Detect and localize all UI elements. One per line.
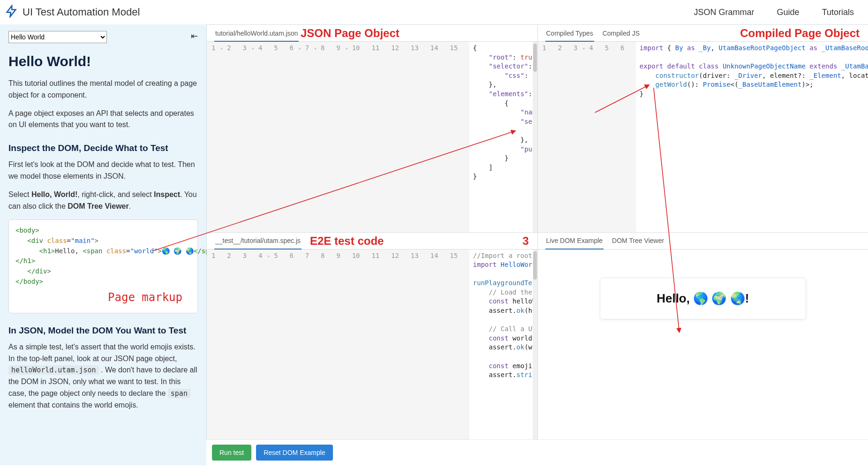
buttons-row: Run test Reset DOM Example: [206, 439, 868, 465]
content-grid: tutorial/helloWorld.utam.json JSON Page …: [206, 24, 868, 465]
tab-test-file[interactable]: __test__/tutorial/utam.spec.js: [211, 233, 305, 249]
sidebar-p5: As a simple test, let's assert that the …: [8, 341, 198, 411]
page-markup-label: Page markup: [108, 289, 182, 306]
tab-json-file[interactable]: tutorial/helloWorld.utam.json: [211, 25, 302, 41]
dom-example-card: Hello, 🌎 🌍 🌏!: [600, 278, 806, 319]
gutter: 1 2 3 4 ▾ 5 6 7 8 9 10 11 12 13 14 15: [207, 250, 469, 440]
nav-json-grammar[interactable]: JSON Grammar: [694, 8, 755, 17]
code-compiled[interactable]: import { By as _By, UtamBaseRootPageObje…: [636, 42, 868, 232]
page-markup-box: <body> <div class="main"> <h1>Hello, <sp…: [8, 219, 198, 313]
lightning-icon: [5, 5, 18, 20]
sidebar-h2a: Inspect the DOM, Decide What to Test: [8, 143, 198, 153]
sidebar-p3: First let's look at the DOM and decide w…: [8, 159, 198, 182]
panel-test-code: __test__/tutorial/utam.spec.js E2E test …: [206, 232, 537, 440]
sidebar-p2: A page object exposes an API that select…: [8, 108, 198, 131]
tutorial-select[interactable]: Hello World: [8, 31, 107, 43]
tab-compiled-types[interactable]: Compiled Types: [542, 25, 598, 41]
sidebar-p4: Select Hello, World!, right-click, and s…: [8, 189, 198, 212]
sidebar-h1: Hello World!: [8, 53, 198, 69]
annot-number-3: 3: [522, 234, 528, 248]
panel-json-page-object: tutorial/helloWorld.utam.json JSON Page …: [206, 24, 537, 232]
annot-compiled: Compiled Page Object: [740, 27, 860, 40]
annot-json-page-object: JSON Page Object: [301, 27, 400, 40]
nav-tutorials[interactable]: Tutorials: [822, 8, 854, 17]
gutter: 1 ▾ 2 3 ▾ 4 5 6 ▾ 7 ▾ 8 9 ▾ 10 11 12 13 …: [207, 42, 469, 232]
tab-dom-tree-viewer[interactable]: DOM Tree Viewer: [607, 233, 669, 249]
run-test-button[interactable]: Run test: [212, 445, 251, 461]
sidebar-p1: This tutorial outlines the mental model …: [8, 78, 198, 101]
nav-guide[interactable]: Guide: [777, 8, 800, 17]
code-json[interactable]: { "root": true, "selector": { "css": "bo…: [469, 42, 533, 232]
top-nav: JSON Grammar Guide Tutorials: [694, 8, 854, 17]
annot-e2e: E2E test code: [310, 234, 384, 248]
panel-compiled: Compiled Types Compiled JS Compiled Page…: [537, 24, 868, 232]
reset-dom-button[interactable]: Reset DOM Example: [256, 445, 332, 461]
sidebar: Hello World ⇤ Hello World! This tutorial…: [0, 24, 206, 465]
scrollbar[interactable]: [533, 250, 537, 440]
tab-compiled-js[interactable]: Compiled JS: [598, 25, 644, 41]
scrollbar[interactable]: [533, 42, 537, 232]
brand: UI Test Automation Model: [5, 5, 140, 20]
collapse-sidebar-icon[interactable]: ⇤: [191, 31, 198, 41]
gutter: 1 2 3 ▾ 4 5 6: [538, 42, 636, 232]
tab-live-dom[interactable]: Live DOM Example: [542, 233, 608, 249]
sidebar-h2b: In JSON, Model the DOM You Want to Test: [8, 325, 198, 336]
panel-dom: Live DOM Example DOM Tree Viewer Hello, …: [537, 232, 868, 440]
code-test[interactable]: //Import a root page object import Hello…: [469, 250, 533, 440]
app-title: UI Test Automation Model: [23, 6, 140, 18]
